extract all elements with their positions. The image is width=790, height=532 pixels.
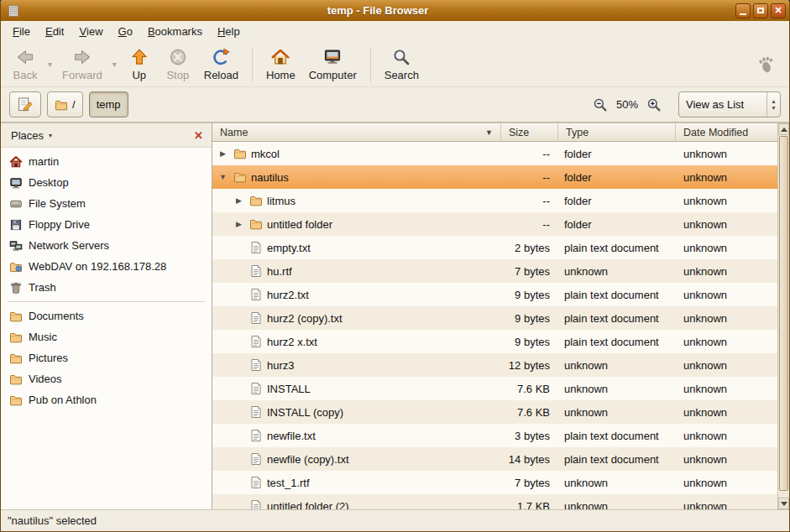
column-header-size[interactable]: Size [501,123,558,142]
close-button[interactable]: ✕ [771,3,786,18]
sidebar-item-file-system[interactable]: File System [1,193,212,214]
file-row[interactable]: hurz2 (copy).txt9 bytesplain text docume… [212,306,777,330]
sidebar-item-pub-on-athlon[interactable]: Pub on Athlon [1,389,212,410]
sidebar-item-desktop[interactable]: Desktop [1,172,212,193]
sort-arrow-icon: ▼ [485,128,495,137]
menu-file[interactable]: File [5,21,38,42]
toolbar-button-back[interactable]: Back [6,44,44,84]
edit-location-button[interactable] [9,91,41,117]
sidebar-item-videos[interactable]: Videos [1,368,212,389]
toolbar-button-reload[interactable]: Reload [197,44,245,84]
sidebar-item-webdav-on-192-168-178-28[interactable]: WebDAV on 192.168.178.28 [1,256,212,277]
file-row[interactable]: hurz2.txt9 bytesplain text documentunkno… [212,283,777,306]
path-root-button[interactable]: / [47,91,83,117]
menu-help[interactable]: Help [210,21,248,42]
forward-history-dropdown[interactable]: ▾ [109,60,120,69]
file-row[interactable]: INSTALL (copy)7.6 KBunknownunknown [212,400,777,424]
maximize-icon [757,8,764,13]
file-size: 9 bytes [501,283,558,306]
sidebar-item-music[interactable]: Music [1,326,212,347]
zoom-in-button[interactable] [645,96,663,114]
file-size: 7.6 KB [501,400,558,424]
file-name: untitled folder [267,218,332,231]
file-type: plain text document [558,330,676,353]
toolbar-button-up[interactable]: Up [120,44,159,84]
menubar: FileEditViewGoBookmarksHelp [1,21,789,42]
toolbar-button-label: Search [385,69,419,81]
file-row[interactable]: ▼nautilus--folderunknown [212,165,777,189]
column-label: Name [220,127,248,138]
path-current-button[interactable]: temp [89,91,128,117]
file-modified: unknown [676,236,777,259]
menu-bookmarks[interactable]: Bookmarks [140,21,210,42]
file-row[interactable]: hu.rtf7 bytesunknownunknown [212,259,777,283]
toolbar-button-home[interactable]: Home [259,44,302,84]
places-selector-button[interactable]: Places ▾ [6,128,57,143]
menu-view[interactable]: View [71,21,110,42]
file-row[interactable]: empty.txt2 bytesplain text documentunkno… [212,236,777,259]
back-history-dropdown[interactable]: ▾ [44,60,55,69]
file-type: plain text document [558,447,676,471]
expand-arrow-icon[interactable]: ▶ [233,220,245,228]
location-bar: / temp 50% View as List ▲▼ [1,87,789,123]
sidebar-item-pictures[interactable]: Pictures [1,347,212,368]
toolbar-button-computer[interactable]: Computer [302,44,364,84]
column-header-date-modified[interactable]: Date Modified [676,123,777,142]
sidebar-item-documents[interactable]: Documents [1,305,212,326]
file-size: -- [501,212,558,236]
zoom-out-button[interactable] [591,96,610,114]
expand-arrow-icon[interactable]: ▶ [217,149,229,158]
file-row[interactable]: ▶mkcol--folderunknown [212,142,777,165]
file-modified: unknown [676,377,777,400]
menu-go[interactable]: Go [111,21,140,42]
minimize-button[interactable] [735,3,751,18]
titlebar[interactable]: temp - File Browser ✕ [1,0,789,21]
file-row[interactable]: hurz2 x.txt9 bytesplain text documentunk… [212,330,777,353]
combo-stepper-icon: ▲▼ [766,92,780,117]
menu-edit[interactable]: Edit [38,21,71,42]
sidebar-item-floppy-drive[interactable]: Floppy Drive [1,214,212,235]
vertical-scrollbar[interactable] [777,123,789,509]
file-row[interactable]: newfile (copy).txt14 bytesplain text doc… [212,447,777,471]
file-row[interactable]: ▶litmus--folderunknown [212,189,777,212]
scroll-up-button[interactable] [778,123,789,135]
sidebar-item-label: Pictures [29,352,68,364]
toolbar-button-stop[interactable]: Stop [159,44,197,84]
scroll-down-button[interactable] [778,498,789,509]
maximize-button[interactable] [753,3,768,18]
file-row[interactable]: untitled folder (2)1.7 KBunknownunknown [212,494,777,509]
expand-arrow-icon[interactable]: ▶ [233,196,245,205]
toolbar-button-forward[interactable]: Forward [55,44,109,84]
toolbar-button-search[interactable]: Search [378,44,426,84]
toolbar-button-label: Up [132,69,146,81]
sidebar-close-button[interactable]: ✕ [191,128,206,143]
folder-icon [233,170,247,184]
folder-icon [233,147,247,160]
window-title: temp - File Browser [25,4,730,17]
places-sidebar: Places ▾ ✕ martinDesktopFile SystemFlopp… [1,123,212,509]
file-name: litmus [267,195,296,207]
file-size: -- [501,142,558,165]
column-header-type[interactable]: Type [558,123,676,142]
sidebar-item-martin[interactable]: martin [1,151,212,172]
file-row[interactable]: ▶untitled folder--folderunknown [212,212,777,236]
desktop-icon [9,176,23,190]
chevron-down-icon: ▾ [49,132,52,139]
file-row[interactable]: newfile.txt3 bytesplain text documentunk… [212,424,777,447]
sidebar-item-label: Documents [29,310,84,322]
collapse-arrow-icon[interactable]: ▼ [217,173,229,181]
file-size: 7 bytes [501,259,558,283]
sidebar-item-network-servers[interactable]: Network Servers [1,235,212,256]
column-header-name[interactable]: Name ▼ [212,123,501,142]
sidebar-item-label: Music [29,331,57,343]
main-content: Places ▾ ✕ martinDesktopFile SystemFlopp… [1,123,789,509]
toolbar-button-label: Forward [62,69,102,81]
view-as-combo[interactable]: View as List ▲▼ [678,91,781,117]
file-row[interactable]: test_1.rtf7 bytesunknownunknown [212,471,777,494]
sidebar-item-trash[interactable]: Trash [1,277,212,298]
text-file-icon [249,452,263,466]
file-row[interactable]: INSTALL7.6 KBunknownunknown [212,377,777,400]
file-row[interactable]: hurz312 bytesunknownunknown [212,353,777,377]
scrollbar-thumb[interactable] [779,136,788,491]
file-type: plain text document [558,306,676,330]
